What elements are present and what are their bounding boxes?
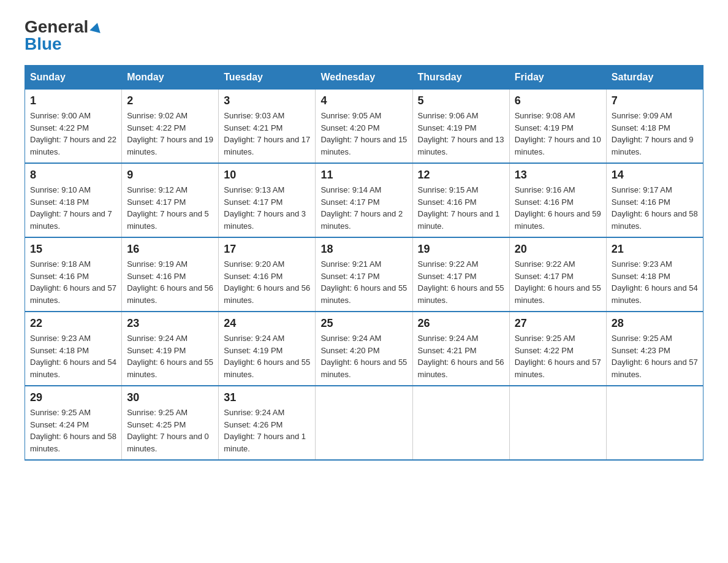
day-number: 27 <box>515 317 601 330</box>
calendar-header-row: SundayMondayTuesdayWednesdayThursdayFrid… <box>25 66 703 90</box>
calendar-cell: 27Sunrise: 9:25 AMSunset: 4:22 PMDayligh… <box>509 312 606 386</box>
logo: General Blue <box>25 18 102 53</box>
day-info: Sunrise: 9:12 AMSunset: 4:17 PMDaylight:… <box>127 185 209 231</box>
day-number: 7 <box>612 94 698 107</box>
day-info: Sunrise: 9:24 AMSunset: 4:21 PMDaylight:… <box>418 334 504 379</box>
day-number: 28 <box>612 317 698 330</box>
day-info: Sunrise: 9:22 AMSunset: 4:17 PMDaylight:… <box>515 259 601 305</box>
header-monday: Monday <box>122 66 219 90</box>
day-number: 19 <box>418 243 504 256</box>
calendar-cell: 24Sunrise: 9:24 AMSunset: 4:19 PMDayligh… <box>219 312 316 386</box>
day-info: Sunrise: 9:14 AMSunset: 4:17 PMDaylight:… <box>320 185 403 231</box>
day-info: Sunrise: 9:15 AMSunset: 4:16 PMDaylight:… <box>418 185 500 231</box>
calendar-cell: 13Sunrise: 9:16 AMSunset: 4:16 PMDayligh… <box>509 163 606 237</box>
calendar-cell: 7Sunrise: 9:09 AMSunset: 4:18 PMDaylight… <box>606 90 703 164</box>
calendar-cell: 19Sunrise: 9:22 AMSunset: 4:17 PMDayligh… <box>412 237 509 312</box>
day-info: Sunrise: 9:24 AMSunset: 4:26 PMDaylight:… <box>224 408 306 453</box>
calendar-cell <box>606 386 703 460</box>
calendar-cell: 9Sunrise: 9:12 AMSunset: 4:17 PMDaylight… <box>122 163 219 237</box>
header-tuesday: Tuesday <box>219 66 316 90</box>
day-info: Sunrise: 9:25 AMSunset: 4:22 PMDaylight:… <box>515 334 601 379</box>
calendar-cell: 15Sunrise: 9:18 AMSunset: 4:16 PMDayligh… <box>25 237 122 312</box>
day-info: Sunrise: 9:08 AMSunset: 4:19 PMDaylight:… <box>515 111 601 156</box>
day-number: 24 <box>224 317 310 330</box>
day-info: Sunrise: 9:24 AMSunset: 4:20 PMDaylight:… <box>320 334 407 379</box>
day-number: 16 <box>127 243 213 256</box>
calendar-week-row: 1Sunrise: 9:00 AMSunset: 4:22 PMDaylight… <box>25 90 703 164</box>
day-number: 22 <box>30 317 116 330</box>
calendar-cell: 4Sunrise: 9:05 AMSunset: 4:20 PMDaylight… <box>316 90 412 164</box>
calendar-week-row: 15Sunrise: 9:18 AMSunset: 4:16 PMDayligh… <box>25 237 703 312</box>
calendar-cell: 11Sunrise: 9:14 AMSunset: 4:17 PMDayligh… <box>316 163 412 237</box>
calendar-cell: 25Sunrise: 9:24 AMSunset: 4:20 PMDayligh… <box>316 312 412 386</box>
day-number: 11 <box>320 169 407 182</box>
calendar-cell: 30Sunrise: 9:25 AMSunset: 4:25 PMDayligh… <box>122 386 219 460</box>
calendar-cell: 23Sunrise: 9:24 AMSunset: 4:19 PMDayligh… <box>122 312 219 386</box>
calendar-cell: 17Sunrise: 9:20 AMSunset: 4:16 PMDayligh… <box>219 237 316 312</box>
day-number: 3 <box>224 94 310 107</box>
calendar-cell: 18Sunrise: 9:21 AMSunset: 4:17 PMDayligh… <box>316 237 412 312</box>
day-info: Sunrise: 9:25 AMSunset: 4:23 PMDaylight:… <box>612 334 698 379</box>
calendar-cell: 2Sunrise: 9:02 AMSunset: 4:22 PMDaylight… <box>122 90 219 164</box>
logo-general-text: General <box>25 18 88 36</box>
day-info: Sunrise: 9:02 AMSunset: 4:22 PMDaylight:… <box>127 111 213 156</box>
day-number: 2 <box>127 94 213 107</box>
calendar-cell: 28Sunrise: 9:25 AMSunset: 4:23 PMDayligh… <box>606 312 703 386</box>
calendar-week-row: 22Sunrise: 9:23 AMSunset: 4:18 PMDayligh… <box>25 312 703 386</box>
day-number: 29 <box>30 391 116 404</box>
day-number: 30 <box>127 391 213 404</box>
calendar-cell: 5Sunrise: 9:06 AMSunset: 4:19 PMDaylight… <box>412 90 509 164</box>
day-info: Sunrise: 9:24 AMSunset: 4:19 PMDaylight:… <box>224 334 310 379</box>
header-wednesday: Wednesday <box>316 66 412 90</box>
day-info: Sunrise: 9:23 AMSunset: 4:18 PMDaylight:… <box>30 334 116 379</box>
day-number: 4 <box>320 94 407 107</box>
calendar-cell: 12Sunrise: 9:15 AMSunset: 4:16 PMDayligh… <box>412 163 509 237</box>
day-info: Sunrise: 9:03 AMSunset: 4:21 PMDaylight:… <box>224 111 310 156</box>
calendar-cell: 31Sunrise: 9:24 AMSunset: 4:26 PMDayligh… <box>219 386 316 460</box>
day-info: Sunrise: 9:13 AMSunset: 4:17 PMDaylight:… <box>224 185 306 231</box>
day-info: Sunrise: 9:25 AMSunset: 4:25 PMDaylight:… <box>127 408 209 453</box>
day-info: Sunrise: 9:20 AMSunset: 4:16 PMDaylight:… <box>224 259 310 305</box>
day-info: Sunrise: 9:19 AMSunset: 4:16 PMDaylight:… <box>127 259 213 305</box>
header-friday: Friday <box>509 66 606 90</box>
day-number: 10 <box>224 169 310 182</box>
logo-blue-text: Blue <box>25 36 62 53</box>
calendar-cell: 26Sunrise: 9:24 AMSunset: 4:21 PMDayligh… <box>412 312 509 386</box>
calendar-cell: 3Sunrise: 9:03 AMSunset: 4:21 PMDaylight… <box>219 90 316 164</box>
day-info: Sunrise: 9:22 AMSunset: 4:17 PMDaylight:… <box>418 259 504 305</box>
day-number: 26 <box>418 317 504 330</box>
day-number: 9 <box>127 169 213 182</box>
calendar-week-row: 29Sunrise: 9:25 AMSunset: 4:24 PMDayligh… <box>25 386 703 460</box>
day-number: 21 <box>612 243 698 256</box>
day-number: 8 <box>30 169 116 182</box>
day-info: Sunrise: 9:21 AMSunset: 4:17 PMDaylight:… <box>320 259 407 305</box>
day-number: 20 <box>515 243 601 256</box>
day-number: 13 <box>515 169 601 182</box>
day-number: 12 <box>418 169 504 182</box>
day-info: Sunrise: 9:10 AMSunset: 4:18 PMDaylight:… <box>30 185 112 231</box>
day-number: 23 <box>127 317 213 330</box>
calendar-cell: 22Sunrise: 9:23 AMSunset: 4:18 PMDayligh… <box>25 312 122 386</box>
day-number: 25 <box>320 317 407 330</box>
day-number: 31 <box>224 391 310 404</box>
day-number: 1 <box>30 94 116 107</box>
calendar-cell: 6Sunrise: 9:08 AMSunset: 4:19 PMDaylight… <box>509 90 606 164</box>
calendar-cell: 16Sunrise: 9:19 AMSunset: 4:16 PMDayligh… <box>122 237 219 312</box>
day-info: Sunrise: 9:16 AMSunset: 4:16 PMDaylight:… <box>515 185 601 231</box>
calendar-cell: 20Sunrise: 9:22 AMSunset: 4:17 PMDayligh… <box>509 237 606 312</box>
header-sunday: Sunday <box>25 66 122 90</box>
day-number: 14 <box>612 169 698 182</box>
day-number: 15 <box>30 243 116 256</box>
day-info: Sunrise: 9:05 AMSunset: 4:20 PMDaylight:… <box>320 111 407 156</box>
page-header: General Blue <box>25 18 703 53</box>
day-number: 17 <box>224 243 310 256</box>
day-number: 18 <box>320 243 407 256</box>
day-info: Sunrise: 9:25 AMSunset: 4:24 PMDaylight:… <box>30 408 116 453</box>
day-info: Sunrise: 9:18 AMSunset: 4:16 PMDaylight:… <box>30 259 116 305</box>
day-number: 6 <box>515 94 601 107</box>
calendar-cell <box>509 386 606 460</box>
day-info: Sunrise: 9:06 AMSunset: 4:19 PMDaylight:… <box>418 111 504 156</box>
day-info: Sunrise: 9:23 AMSunset: 4:18 PMDaylight:… <box>612 259 698 305</box>
header-thursday: Thursday <box>412 66 509 90</box>
calendar-cell: 29Sunrise: 9:25 AMSunset: 4:24 PMDayligh… <box>25 386 122 460</box>
